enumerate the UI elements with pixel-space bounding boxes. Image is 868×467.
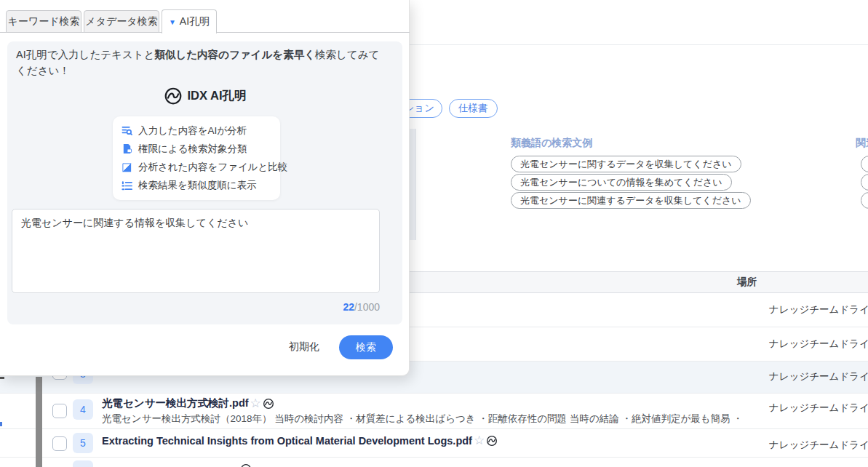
row-number-badge: 5: [73, 433, 93, 453]
clipped-edge-artifact: [0, 377, 4, 379]
table-row[interactable]: 5 Extracting Technical Insights from Opt…: [0, 429, 868, 458]
related-pill-list: [861, 156, 868, 209]
synonym-pill[interactable]: 光電センサーに関するデータを収集してください: [511, 156, 741, 172]
row-location: ナレッジチームドライブ: [769, 303, 868, 316]
ai-swirl-icon: [263, 398, 274, 410]
triangle-down-icon: ▼: [169, 18, 176, 26]
doc-type-pill-spec[interactable]: 仕様書: [449, 99, 498, 118]
table-row[interactable]: 4 光電センサー検出方式検討.pdf☆ 光電センサー検出方式検討（2018年） …: [0, 394, 868, 429]
row-number-badge: [73, 460, 93, 467]
related-pill[interactable]: [861, 156, 868, 172]
row-location: ナレッジチームドライブ: [769, 439, 868, 452]
search-button[interactable]: 検索: [339, 335, 393, 359]
related-section-title: 関連語の検索文例: [856, 137, 868, 150]
related-pill[interactable]: [861, 192, 868, 209]
feature-card: 入力した内容をAIが分析 権限による検索対象分類 分析された内容をファイルと比較…: [113, 116, 280, 200]
vertical-scrollbar-thumb[interactable]: [36, 377, 42, 467]
screen: ション 仕様書 類義語の検索文例 光電センサーに関するデータを収集してください …: [0, 0, 868, 467]
star-icon[interactable]: ☆: [250, 397, 261, 410]
feature-item: 権限による検索対象分類: [122, 140, 271, 158]
star-icon[interactable]: ☆: [474, 434, 485, 447]
location-column-header: 場所: [737, 276, 757, 289]
idx-logo-icon: [164, 87, 183, 105]
file-snippet: 光電センサー検出方式検討（2018年） 当時の検討内容 ・材質差による検出ばらつ…: [102, 412, 743, 426]
related-pill[interactable]: [861, 174, 868, 191]
query-textarea[interactable]: 光電センサーに関連する情報を収集してください: [12, 209, 380, 293]
brand-row: IDX AI孔明: [0, 87, 410, 105]
row-checkbox[interactable]: [52, 436, 67, 451]
tab-keyword-search[interactable]: キーワード検索: [6, 10, 81, 33]
feature-item: 分析された内容をファイルと比較: [122, 159, 271, 177]
clipped-edge-artifact: [0, 422, 2, 426]
row-location: ナレッジチームドライブ: [769, 370, 868, 383]
synonym-pill-list: 光電センサーに関するデータを収集してください 光電センサーについての情報を集めて…: [511, 156, 751, 209]
ai-swirl-icon: [240, 463, 252, 467]
feature-item: 検索結果を類似度順に表示: [122, 177, 271, 195]
brand-name: IDX AI孔明: [188, 88, 247, 104]
row-location: ナレッジチームドライブ: [769, 338, 868, 351]
search-lines-icon: [122, 125, 132, 136]
row-location: ナレッジチームドライブ: [769, 402, 868, 415]
synonym-section-title: 類義語の検索文例: [511, 137, 592, 150]
reset-button[interactable]: 初期化: [285, 338, 323, 356]
file-title[interactable]: Extracting Technical Insights from Optic…: [102, 434, 498, 447]
char-counter: 22/1000: [240, 301, 380, 313]
file-title[interactable]: 光電センサー検出方式検討.pdf☆: [102, 396, 274, 410]
tab-ai-komei-active[interactable]: ▼ AI孔明: [162, 9, 217, 33]
row-checkbox[interactable]: [52, 404, 67, 418]
ai-search-modal: キーワード検索 メタデータ検索 ▼ AI孔明 AI孔明で入力したテキストと類似し…: [0, 0, 410, 376]
compare-icon: [122, 162, 132, 173]
row-number-badge: 4: [73, 399, 93, 420]
synonym-pill[interactable]: 光電センサーについての情報を集めてください: [511, 174, 732, 191]
tab-metadata-search[interactable]: メタデータ検索: [84, 10, 159, 33]
feature-item: 入力した内容をAIが分析: [122, 121, 271, 140]
synonym-pill[interactable]: 光電センサーに関連するデータを収集してください: [511, 192, 751, 209]
file-lock-icon: [122, 143, 132, 154]
ai-swirl-icon: [486, 435, 498, 447]
ranked-list-icon: [122, 180, 132, 191]
intro-text: AI孔明で入力したテキストと類似した内容のファイルを素早く検索してみてください！: [16, 47, 385, 79]
